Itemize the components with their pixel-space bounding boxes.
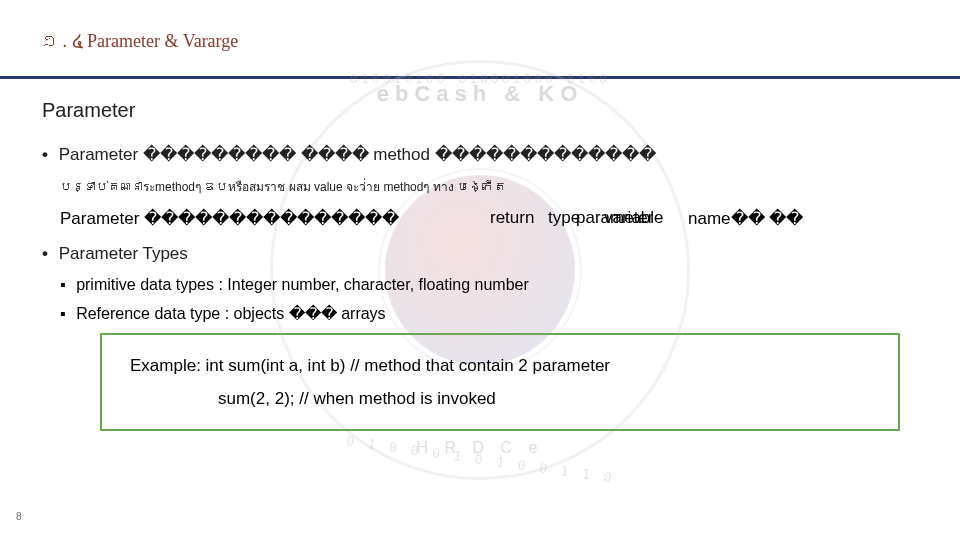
overlap-variable: variable	[604, 208, 664, 228]
overlap-name: name�� ��	[688, 208, 803, 229]
khmer-description-line: បន្ទាប់គណនាระmethodๆ ឌបหรือสมราช ผสม val…	[60, 177, 918, 196]
overlap-return: return	[490, 208, 534, 228]
example-line-1: Example: int sum(int a, int b) // method…	[130, 349, 844, 382]
sub-bullet-reference: ▪ Reference data type : objects ��� arra…	[60, 304, 918, 323]
overlap-base-text: Parameter ���������������	[60, 208, 399, 229]
placeholder-boxes-1: ���������	[143, 145, 296, 164]
parameter-syntax-overlap: Parameter ��������������� return type pa…	[60, 208, 918, 230]
watermark-text-bottom: H R D C e	[417, 439, 544, 457]
bullet1-prefix: Parameter	[59, 145, 143, 164]
bullet1-method-word: method	[373, 145, 434, 164]
sub-bullet-reference-text-b: arrays	[341, 305, 385, 322]
slide-header: ១ . ໔ Parameter & Vararge	[0, 0, 960, 66]
example-line-2: sum(2, 2); // when method is invoked	[130, 382, 844, 415]
sub-bullet-reference-boxes: ���	[289, 305, 341, 322]
slide-title: ១ . ໔ Parameter & Vararge	[40, 30, 920, 52]
example-code-box: Example: int sum(int a, int b) // method…	[100, 333, 900, 431]
bullet-parameter-definition: • Parameter ��������� ���� method ������…	[42, 144, 918, 165]
bullet-parameter-types: • Parameter Types	[42, 244, 918, 264]
sub-bullet-marker-icon: ▪	[60, 305, 66, 322]
placeholder-boxes-3: �������������	[435, 145, 656, 164]
page-number: 8	[16, 511, 22, 522]
sub-bullet-primitive: ▪ primitive data types : Integer number,…	[60, 276, 918, 294]
placeholder-boxes-2: ����	[296, 145, 373, 164]
sub-bullet-reference-text-a: Reference data type : objects	[76, 305, 289, 322]
bullet-dot-icon: •	[42, 145, 48, 164]
sub-bullet-marker-icon: ▪	[60, 276, 66, 293]
sub-bullet-primitive-text: primitive data types : Integer number, c…	[76, 276, 529, 293]
bullet-dot-icon: •	[42, 244, 48, 263]
bullet2-text: Parameter Types	[59, 244, 188, 263]
section-heading: Parameter	[42, 99, 918, 122]
slide-content: Parameter • Parameter ��������� ���� met…	[0, 79, 960, 441]
